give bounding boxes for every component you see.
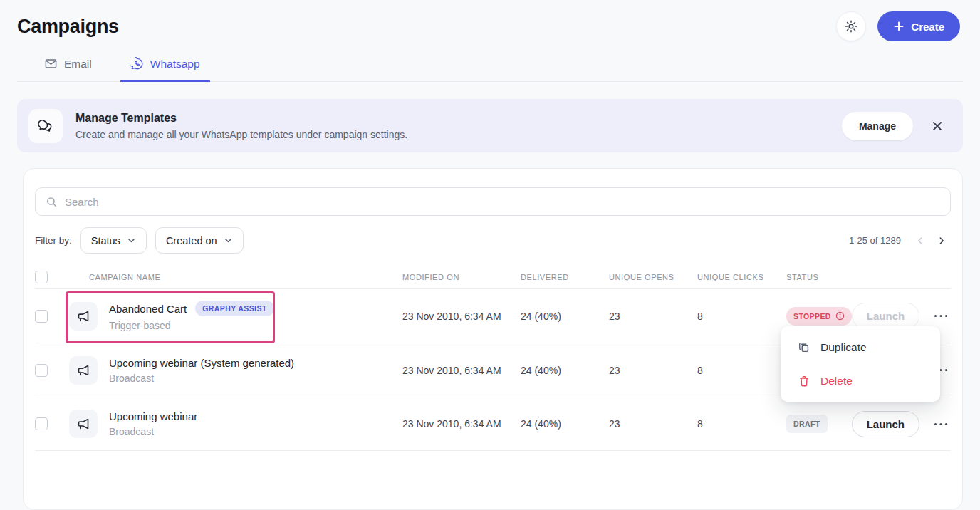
campaign-name-cell[interactable]: Upcoming webinar Broadcast xyxy=(66,410,391,438)
banner-actions: Manage xyxy=(842,112,946,140)
menu-item-duplicate[interactable]: Duplicate xyxy=(781,331,940,364)
unique-opens-cell: 23 xyxy=(598,311,686,322)
campaign-name-cell[interactable]: Abandoned Cart GRAPHY ASSIST Trigger-bas… xyxy=(66,301,391,331)
campaign-name-text: Upcoming webinar (System generated) Broa… xyxy=(109,357,294,384)
row-menu-button[interactable] xyxy=(932,310,949,322)
status-badge: STOPPED xyxy=(786,307,852,326)
row-menu-button[interactable] xyxy=(932,418,949,430)
launch-button[interactable]: Launch xyxy=(852,303,919,329)
trash-icon xyxy=(798,375,810,387)
modified-on-cell: 23 Nov 2010, 6:34 AM xyxy=(391,418,509,430)
megaphone-icon xyxy=(76,309,90,323)
status-badge: DRAFT xyxy=(786,415,828,433)
unique-opens-cell: 23 xyxy=(598,418,686,430)
banner-close-button[interactable] xyxy=(929,118,946,135)
manage-button[interactable]: Manage xyxy=(842,112,913,140)
select-all-checkbox[interactable] xyxy=(35,271,48,283)
menu-item-label: Duplicate xyxy=(820,341,867,354)
pagination-next-button[interactable] xyxy=(932,231,951,250)
table-row: Upcoming webinar Broadcast 23 Nov 2010, … xyxy=(35,397,951,451)
campaign-icon-box xyxy=(69,410,98,438)
launch-button[interactable]: Launch xyxy=(852,411,919,437)
campaign-icon-box xyxy=(69,356,98,385)
campaign-name-text: Upcoming webinar Broadcast xyxy=(109,410,197,437)
unique-clicks-cell: 8 xyxy=(686,365,775,376)
campaign-name-cell[interactable]: Upcoming webinar (System generated) Broa… xyxy=(66,356,391,385)
search-box xyxy=(35,187,951,216)
email-icon xyxy=(44,57,58,71)
row-checkbox[interactable] xyxy=(35,364,48,377)
modified-on-cell: 23 Nov 2010, 6:34 AM xyxy=(391,311,509,322)
app-header: Campaigns Create xyxy=(0,0,980,41)
gear-icon xyxy=(844,19,858,33)
campaign-icon-box xyxy=(69,302,98,331)
tab-whatsapp-label: Whatsapp xyxy=(150,58,200,71)
status-badge-label: STOPPED xyxy=(793,312,831,321)
whatsapp-icon xyxy=(130,57,144,71)
chevron-right-icon xyxy=(937,236,947,246)
page-title: Campaigns xyxy=(17,16,119,38)
column-header-campaign-name: CAMPAIGN NAME xyxy=(66,273,391,281)
chevron-down-icon xyxy=(224,236,233,245)
filter-by-label: Filter by: xyxy=(35,235,72,246)
search-input[interactable] xyxy=(65,196,940,208)
column-header-status: STATUS xyxy=(775,273,951,281)
status-actions-cell: STOPPED Launch xyxy=(775,303,951,329)
menu-item-label: Delete xyxy=(820,375,853,387)
settings-button[interactable] xyxy=(836,11,866,41)
campaign-type: Broadcast xyxy=(109,426,197,437)
unique-clicks-cell: 8 xyxy=(686,311,775,322)
unique-opens-cell: 23 xyxy=(598,365,686,376)
filter-row: Filter by: Status Created on 1-25 of 128… xyxy=(35,227,951,254)
status-actions-cell: DRAFT Launch xyxy=(775,411,951,437)
unique-clicks-cell: 8 xyxy=(686,418,775,430)
filter-status-dropdown[interactable]: Status xyxy=(80,227,147,254)
campaign-name: Upcoming webinar xyxy=(109,410,197,422)
banner-description: Create and manage all your WhatsApp temp… xyxy=(75,129,407,140)
campaign-name: Abandoned Cart xyxy=(109,303,187,315)
manage-templates-banner: Manage Templates Create and manage all y… xyxy=(17,99,963,152)
chevron-down-icon xyxy=(127,236,136,245)
megaphone-icon xyxy=(76,417,90,431)
header-actions: Create xyxy=(836,11,960,41)
copy-icon xyxy=(798,341,810,354)
pagination-prev-button[interactable] xyxy=(911,231,929,250)
banner-title: Manage Templates xyxy=(75,112,407,125)
banner-text: Manage Templates Create and manage all y… xyxy=(75,112,407,140)
campaign-type: Broadcast xyxy=(109,373,294,384)
info-icon[interactable] xyxy=(835,311,845,321)
create-button[interactable]: Create xyxy=(877,11,960,41)
filter-created-on-dropdown[interactable]: Created on xyxy=(155,227,244,254)
row-checkbox[interactable] xyxy=(35,310,48,323)
banner-icon-box xyxy=(28,109,63,143)
column-header-delivered: DELIVERED xyxy=(509,273,598,281)
graphy-assist-badge: GRAPHY ASSIST xyxy=(195,301,273,316)
row-checkbox[interactable] xyxy=(35,417,48,430)
delivered-cell: 24 (40%) xyxy=(509,365,598,376)
menu-item-delete[interactable]: Delete xyxy=(781,364,940,397)
tab-email-label: Email xyxy=(64,58,92,71)
delivered-cell: 24 (40%) xyxy=(509,311,598,322)
campaign-type: Trigger-based xyxy=(109,320,274,331)
search-icon xyxy=(46,196,58,208)
column-header-unique-clicks: UNIQUE CLICKS xyxy=(686,273,775,281)
megaphone-icon xyxy=(76,363,90,378)
tab-whatsapp[interactable]: Whatsapp xyxy=(120,51,210,81)
plus-icon xyxy=(893,21,905,32)
create-button-label: Create xyxy=(911,21,944,33)
tab-email[interactable]: Email xyxy=(34,51,102,81)
column-header-unique-opens: UNIQUE OPENS xyxy=(598,273,686,281)
close-icon xyxy=(932,120,943,132)
filter-status-label: Status xyxy=(91,235,120,246)
chevron-left-icon xyxy=(915,236,925,246)
campaign-name: Upcoming webinar (System generated) xyxy=(109,357,294,369)
column-header-modified-on: MODIFIED ON xyxy=(391,273,509,281)
channel-tabs: Email Whatsapp xyxy=(17,41,963,82)
row-context-menu: Duplicate Delete xyxy=(781,326,940,402)
modified-on-cell: 23 Nov 2010, 6:34 AM xyxy=(391,365,509,376)
pagination: 1-25 of 1289 xyxy=(849,231,951,250)
table-header: CAMPAIGN NAME MODIFIED ON DELIVERED UNIQ… xyxy=(35,265,951,288)
pagination-range: 1-25 of 1289 xyxy=(849,235,901,246)
delivered-cell: 24 (40%) xyxy=(509,418,598,430)
filter-created-on-label: Created on xyxy=(166,235,217,246)
